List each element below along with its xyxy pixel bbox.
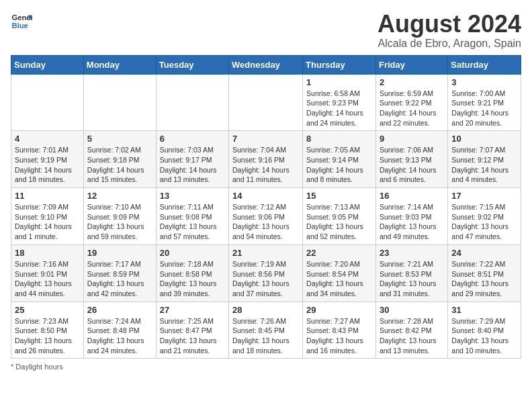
day-number: 31 [451, 305, 517, 315]
day-cell: 28Sunrise: 7:26 AM Sunset: 8:45 PM Dayli… [229, 302, 303, 359]
day-info: Sunrise: 7:01 AM Sunset: 9:19 PM Dayligh… [15, 145, 80, 185]
day-number: 29 [306, 305, 372, 315]
day-cell [83, 74, 156, 131]
location: Alcala de Ebro, Aragon, Spain [378, 38, 521, 50]
day-cell: 8Sunrise: 7:05 AM Sunset: 9:14 PM Daylig… [303, 131, 376, 188]
day-info: Sunrise: 7:02 AM Sunset: 9:18 PM Dayligh… [87, 145, 152, 185]
day-cell: 30Sunrise: 7:28 AM Sunset: 8:42 PM Dayli… [375, 302, 447, 359]
day-number: 26 [87, 305, 152, 315]
day-cell: 11Sunrise: 7:09 AM Sunset: 9:10 PM Dayli… [11, 188, 84, 245]
day-info: Sunrise: 7:23 AM Sunset: 8:50 PM Dayligh… [15, 316, 80, 356]
day-cell: 25Sunrise: 7:23 AM Sunset: 8:50 PM Dayli… [11, 302, 84, 359]
day-info: Sunrise: 7:16 AM Sunset: 9:01 PM Dayligh… [15, 259, 80, 299]
day-cell: 20Sunrise: 7:18 AM Sunset: 8:58 PM Dayli… [156, 244, 228, 302]
day-cell: 10Sunrise: 7:07 AM Sunset: 9:12 PM Dayli… [448, 131, 521, 188]
day-cell [156, 74, 228, 131]
day-number: 18 [15, 248, 80, 258]
day-number: 25 [15, 305, 80, 315]
day-info: Sunrise: 7:13 AM Sunset: 9:05 PM Dayligh… [306, 202, 372, 242]
day-info: Sunrise: 7:17 AM Sunset: 8:59 PM Dayligh… [87, 259, 152, 299]
col-header-friday: Friday [375, 55, 447, 74]
day-info: Sunrise: 7:29 AM Sunset: 8:40 PM Dayligh… [451, 316, 517, 356]
day-cell: 23Sunrise: 7:21 AM Sunset: 8:53 PM Dayli… [375, 244, 447, 302]
day-number: 15 [306, 191, 372, 201]
day-cell: 26Sunrise: 7:24 AM Sunset: 8:48 PM Dayli… [83, 302, 156, 359]
day-cell: 29Sunrise: 7:27 AM Sunset: 8:43 PM Dayli… [303, 302, 376, 359]
day-cell: 16Sunrise: 7:14 AM Sunset: 9:03 PM Dayli… [375, 188, 447, 245]
col-header-tuesday: Tuesday [156, 55, 228, 74]
day-info: Sunrise: 7:05 AM Sunset: 9:14 PM Dayligh… [306, 145, 372, 185]
day-cell: 22Sunrise: 7:20 AM Sunset: 8:54 PM Dayli… [303, 244, 376, 302]
col-header-wednesday: Wednesday [229, 55, 303, 74]
day-cell: 9Sunrise: 7:06 AM Sunset: 9:13 PM Daylig… [375, 131, 447, 188]
day-number: 17 [451, 191, 517, 201]
day-cell: 31Sunrise: 7:29 AM Sunset: 8:40 PM Dayli… [448, 302, 521, 359]
day-number: 5 [87, 134, 152, 144]
week-row-3: 11Sunrise: 7:09 AM Sunset: 9:10 PM Dayli… [11, 188, 521, 245]
day-number: 4 [15, 134, 80, 144]
day-cell: 13Sunrise: 7:11 AM Sunset: 9:08 PM Dayli… [156, 188, 228, 245]
calendar-table: SundayMondayTuesdayWednesdayThursdayFrid… [11, 55, 521, 359]
day-cell: 27Sunrise: 7:25 AM Sunset: 8:47 PM Dayli… [156, 302, 228, 359]
day-number: 22 [306, 248, 372, 258]
day-number: 10 [451, 134, 517, 144]
day-cell [11, 74, 84, 131]
day-info: Sunrise: 7:15 AM Sunset: 9:02 PM Dayligh… [451, 202, 517, 242]
day-info: Sunrise: 7:07 AM Sunset: 9:12 PM Dayligh… [451, 145, 517, 185]
day-number: 24 [451, 248, 517, 258]
day-number: 8 [306, 134, 372, 144]
week-row-4: 18Sunrise: 7:16 AM Sunset: 9:01 PM Dayli… [11, 244, 521, 302]
day-info: Sunrise: 7:00 AM Sunset: 9:21 PM Dayligh… [451, 89, 517, 128]
day-cell: 18Sunrise: 7:16 AM Sunset: 9:01 PM Dayli… [11, 244, 84, 302]
day-cell: 4Sunrise: 7:01 AM Sunset: 9:19 PM Daylig… [11, 131, 84, 188]
day-cell [229, 74, 303, 131]
day-cell: 24Sunrise: 7:22 AM Sunset: 8:51 PM Dayli… [448, 244, 521, 302]
day-number: 16 [380, 191, 444, 201]
logo-icon: General Blue [11, 11, 32, 32]
col-header-monday: Monday [83, 55, 156, 74]
day-cell: 15Sunrise: 7:13 AM Sunset: 9:05 PM Dayli… [303, 188, 376, 245]
day-info: Sunrise: 7:21 AM Sunset: 8:53 PM Dayligh… [380, 259, 444, 299]
day-info: Sunrise: 7:25 AM Sunset: 8:47 PM Dayligh… [160, 316, 225, 356]
week-row-1: 1Sunrise: 6:58 AM Sunset: 9:23 PM Daylig… [11, 74, 521, 131]
day-cell: 21Sunrise: 7:19 AM Sunset: 8:56 PM Dayli… [229, 244, 303, 302]
day-number: 30 [380, 305, 444, 315]
day-cell: 12Sunrise: 7:10 AM Sunset: 9:09 PM Dayli… [83, 188, 156, 245]
day-cell: 17Sunrise: 7:15 AM Sunset: 9:02 PM Dayli… [448, 188, 521, 245]
day-info: Sunrise: 7:27 AM Sunset: 8:43 PM Dayligh… [306, 316, 372, 356]
month-title: August 2024 [378, 11, 521, 38]
day-info: Sunrise: 7:20 AM Sunset: 8:54 PM Dayligh… [306, 259, 372, 299]
day-info: Sunrise: 7:11 AM Sunset: 9:08 PM Dayligh… [160, 202, 225, 242]
day-cell: 6Sunrise: 7:03 AM Sunset: 9:17 PM Daylig… [156, 131, 228, 188]
col-header-thursday: Thursday [303, 55, 376, 74]
day-number: 9 [380, 134, 444, 144]
day-info: Sunrise: 7:28 AM Sunset: 8:42 PM Dayligh… [380, 316, 444, 356]
day-cell: 3Sunrise: 7:00 AM Sunset: 9:21 PM Daylig… [448, 74, 521, 131]
day-info: Sunrise: 6:58 AM Sunset: 9:23 PM Dayligh… [306, 89, 372, 128]
day-number: 11 [15, 191, 80, 201]
day-number: 7 [232, 134, 299, 144]
day-info: Sunrise: 7:18 AM Sunset: 8:58 PM Dayligh… [160, 259, 225, 299]
week-row-5: 25Sunrise: 7:23 AM Sunset: 8:50 PM Dayli… [11, 302, 521, 359]
day-cell: 2Sunrise: 6:59 AM Sunset: 9:22 PM Daylig… [375, 74, 447, 131]
day-info: Sunrise: 7:26 AM Sunset: 8:45 PM Dayligh… [232, 316, 299, 356]
day-info: Sunrise: 7:19 AM Sunset: 8:56 PM Dayligh… [232, 259, 299, 299]
day-cell: 1Sunrise: 6:58 AM Sunset: 9:23 PM Daylig… [303, 74, 376, 131]
header-row: SundayMondayTuesdayWednesdayThursdayFrid… [11, 55, 521, 74]
day-info: Sunrise: 7:10 AM Sunset: 9:09 PM Dayligh… [87, 202, 152, 242]
day-number: 23 [380, 248, 444, 258]
day-info: Sunrise: 7:14 AM Sunset: 9:03 PM Dayligh… [380, 202, 444, 242]
col-header-saturday: Saturday [448, 55, 521, 74]
footer-text: Daylight hours [15, 363, 62, 371]
footer-note: * Daylight hours [11, 363, 521, 371]
logo: General Blue [11, 11, 32, 32]
col-header-sunday: Sunday [11, 55, 84, 74]
day-info: Sunrise: 7:12 AM Sunset: 9:06 PM Dayligh… [232, 202, 299, 242]
day-info: Sunrise: 6:59 AM Sunset: 9:22 PM Dayligh… [380, 89, 444, 128]
day-cell: 19Sunrise: 7:17 AM Sunset: 8:59 PM Dayli… [83, 244, 156, 302]
day-info: Sunrise: 7:04 AM Sunset: 9:16 PM Dayligh… [232, 145, 299, 185]
day-info: Sunrise: 7:03 AM Sunset: 9:17 PM Dayligh… [160, 145, 225, 185]
day-info: Sunrise: 7:06 AM Sunset: 9:13 PM Dayligh… [380, 145, 444, 185]
day-number: 28 [232, 305, 299, 315]
day-number: 13 [160, 191, 225, 201]
